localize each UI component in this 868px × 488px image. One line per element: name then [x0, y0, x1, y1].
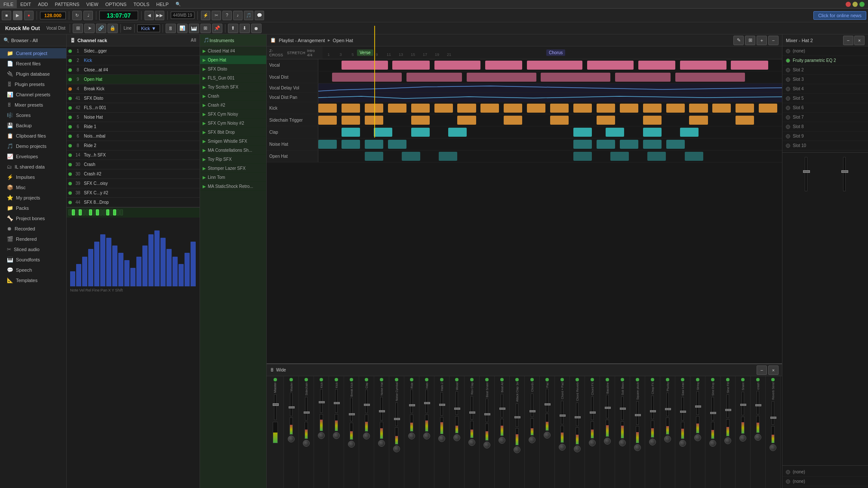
channel-active-dot[interactable]	[621, 378, 624, 381]
panel-close-btn[interactable]: ×	[854, 36, 865, 45]
channel-row[interactable]: 42 FLS...n 001	[67, 103, 200, 113]
search-icon[interactable]: 🔍	[175, 2, 181, 6]
fader-handle[interactable]	[590, 411, 596, 414]
sidebar-item-recorded[interactable]: ⏺ Recorded	[0, 224, 66, 234]
channel-knob[interactable]	[423, 433, 430, 439]
eq-slot-1[interactable]: (none)	[782, 46, 868, 56]
mixer-icon[interactable]: 🎚	[166, 24, 176, 33]
channel-active-dot[interactable]	[350, 378, 353, 381]
track-block[interactable]	[666, 104, 685, 113]
fader-handle[interactable]	[454, 408, 460, 410]
eq-slot-2[interactable]: Fruity parametric EQ 2	[782, 56, 868, 65]
channel-knob[interactable]	[634, 444, 641, 451]
tool3-btn[interactable]: ?	[222, 11, 232, 20]
track-block[interactable]	[643, 104, 662, 113]
sidebar-item-envelopes[interactable]: 📈 Envelopes	[0, 151, 66, 162]
track-block[interactable]	[620, 140, 638, 149]
step-btn[interactable]	[99, 209, 102, 215]
channel-active-dot[interactable]	[380, 378, 383, 381]
track-block[interactable]	[731, 61, 768, 70]
fader-handle[interactable]	[484, 413, 490, 415]
channel-row[interactable]: 9 Open Hat	[67, 75, 200, 84]
channel-active-dot[interactable]	[756, 378, 760, 381]
sidebar-item-my-projects[interactable]: ⭐ My projects	[0, 193, 66, 203]
record-icon[interactable]: ⏺	[251, 24, 262, 33]
track-block[interactable]	[736, 104, 754, 113]
track-block[interactable]	[620, 104, 638, 113]
channel-knob[interactable]	[529, 436, 536, 443]
channel-knob[interactable]	[438, 435, 445, 442]
channel-row[interactable]: 6 Ride 1	[67, 122, 200, 132]
channel-active-dot[interactable]	[305, 378, 308, 381]
channel-active-dot[interactable]	[591, 378, 594, 381]
channel-active-dot[interactable]	[455, 378, 459, 381]
step-btn[interactable]	[89, 209, 92, 215]
track-block[interactable]	[685, 152, 703, 161]
fader-handle[interactable]	[725, 409, 731, 411]
fader-handle[interactable]	[575, 416, 581, 418]
sidebar-item-current-project[interactable]: 📁 Current project	[0, 48, 66, 58]
fader-handle[interactable]	[499, 408, 505, 410]
track-block[interactable]	[550, 104, 569, 113]
channel-knob[interactable]	[468, 439, 475, 446]
track-block[interactable]	[402, 152, 420, 161]
track-block[interactable]	[638, 61, 675, 70]
fader-handle[interactable]	[304, 411, 310, 414]
minimize-btn[interactable]	[853, 2, 858, 7]
track-block[interactable]	[759, 104, 777, 113]
channel-row[interactable]: 39 SFX C...oisy	[67, 179, 200, 188]
channel-knob[interactable]	[589, 439, 596, 446]
metronome-btn[interactable]: ♩	[83, 11, 93, 20]
track-block[interactable]	[365, 140, 383, 149]
step-btn[interactable]	[68, 209, 71, 215]
track-blocks-vocal-delay[interactable]	[318, 83, 782, 92]
channel-knob[interactable]	[483, 442, 490, 448]
track-block[interactable]	[434, 104, 453, 113]
track-block[interactable]	[597, 116, 615, 125]
track-block[interactable]	[480, 104, 499, 113]
step-btn[interactable]	[92, 209, 95, 215]
channel-knob[interactable]	[770, 444, 776, 451]
mixer-collapse-btn[interactable]: −	[757, 365, 767, 375]
channel-knob[interactable]	[604, 438, 611, 445]
track-block[interactable]	[342, 128, 360, 137]
track-block[interactable]	[342, 140, 360, 149]
sidebar-item-speech[interactable]: 💬 Speech	[0, 265, 66, 275]
fader-handle[interactable]	[605, 407, 611, 409]
dropdown-item-ma-constellations[interactable]: ▶ MA Constellations Sh...	[200, 146, 266, 155]
menu-options[interactable]: OPTIONS	[102, 0, 130, 8]
channel-active-dot[interactable]	[320, 378, 323, 381]
channel-active-dot[interactable]	[771, 378, 775, 381]
channel-knob[interactable]	[408, 433, 415, 439]
track-block[interactable]	[647, 152, 666, 161]
track-block[interactable]	[527, 104, 545, 113]
dropdown-item-toy-scritch[interactable]: ▶ Toy Scritch SFX	[200, 83, 266, 92]
fader-handle[interactable]	[424, 402, 430, 404]
channel-active-dot[interactable]	[726, 378, 729, 381]
track-block[interactable]	[666, 140, 685, 149]
track-block[interactable]	[680, 128, 699, 137]
track-block[interactable]	[457, 116, 476, 125]
playlist-zoom-out[interactable]: −	[768, 36, 779, 45]
track-block[interactable]	[610, 152, 629, 161]
channel-knob[interactable]	[559, 444, 566, 451]
step-btn[interactable]	[79, 209, 82, 215]
grid-icon[interactable]: ⊞	[200, 24, 211, 33]
channel-active-dot[interactable]	[500, 378, 504, 381]
channel-active-dot[interactable]	[425, 378, 428, 381]
track-block[interactable]	[485, 61, 522, 70]
eq-slot-11[interactable]: Slot 10	[782, 141, 868, 150]
track-block[interactable]	[573, 152, 592, 161]
fader-handle[interactable]	[334, 402, 340, 404]
fader-handle[interactable]	[439, 404, 445, 406]
sidebar-item-backup[interactable]: 💾 Backup	[0, 120, 66, 131]
menu-file[interactable]: FILE	[0, 0, 17, 8]
sidebar-item-scores[interactable]: 🎼 Scores	[0, 110, 66, 120]
channel-active-dot[interactable]	[365, 378, 368, 381]
send-slot-2[interactable]: (none)	[782, 477, 868, 486]
channel-active-dot[interactable]	[741, 378, 745, 381]
track-block[interactable]	[342, 104, 360, 113]
eq-slot-5[interactable]: Slot 4	[782, 84, 868, 94]
menu-patterns[interactable]: PATTERNS	[52, 0, 83, 8]
fader-handle[interactable]	[755, 404, 761, 406]
